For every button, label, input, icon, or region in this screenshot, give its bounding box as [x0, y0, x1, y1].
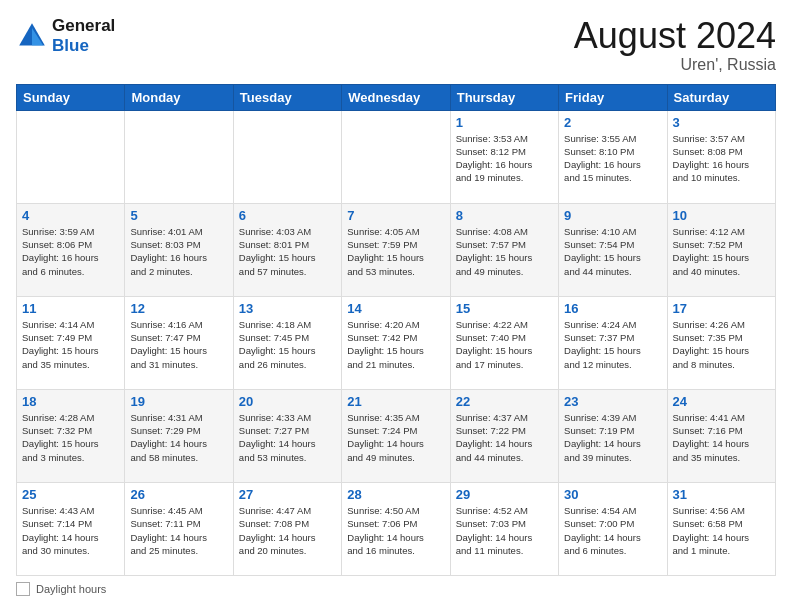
footer: Daylight hours [16, 582, 776, 596]
day-number: 15 [456, 301, 553, 316]
calendar-cell: 5Sunrise: 4:01 AM Sunset: 8:03 PM Daylig… [125, 203, 233, 296]
calendar-cell: 1Sunrise: 3:53 AM Sunset: 8:12 PM Daylig… [450, 110, 558, 203]
day-info: Sunrise: 4:31 AM Sunset: 7:29 PM Dayligh… [130, 411, 227, 464]
day-number: 13 [239, 301, 336, 316]
day-number: 23 [564, 394, 661, 409]
day-number: 31 [673, 487, 770, 502]
calendar-week-row: 4Sunrise: 3:59 AM Sunset: 8:06 PM Daylig… [17, 203, 776, 296]
day-number: 7 [347, 208, 444, 223]
day-number: 27 [239, 487, 336, 502]
calendar-cell: 29Sunrise: 4:52 AM Sunset: 7:03 PM Dayli… [450, 482, 558, 575]
day-number: 12 [130, 301, 227, 316]
day-info: Sunrise: 4:52 AM Sunset: 7:03 PM Dayligh… [456, 504, 553, 557]
day-number: 28 [347, 487, 444, 502]
day-info: Sunrise: 3:55 AM Sunset: 8:10 PM Dayligh… [564, 132, 661, 185]
calendar-cell: 11Sunrise: 4:14 AM Sunset: 7:49 PM Dayli… [17, 296, 125, 389]
day-number: 16 [564, 301, 661, 316]
calendar-cell: 13Sunrise: 4:18 AM Sunset: 7:45 PM Dayli… [233, 296, 341, 389]
day-number: 25 [22, 487, 119, 502]
calendar-cell: 2Sunrise: 3:55 AM Sunset: 8:10 PM Daylig… [559, 110, 667, 203]
day-number: 19 [130, 394, 227, 409]
title-block: August 2024 Uren', Russia [574, 16, 776, 74]
calendar-cell: 31Sunrise: 4:56 AM Sunset: 6:58 PM Dayli… [667, 482, 775, 575]
calendar-cell: 14Sunrise: 4:20 AM Sunset: 7:42 PM Dayli… [342, 296, 450, 389]
day-number: 29 [456, 487, 553, 502]
day-number: 21 [347, 394, 444, 409]
calendar-cell [233, 110, 341, 203]
day-number: 5 [130, 208, 227, 223]
calendar-header-row: SundayMondayTuesdayWednesdayThursdayFrid… [17, 84, 776, 110]
day-info: Sunrise: 4:22 AM Sunset: 7:40 PM Dayligh… [456, 318, 553, 371]
calendar-cell: 27Sunrise: 4:47 AM Sunset: 7:08 PM Dayli… [233, 482, 341, 575]
day-number: 11 [22, 301, 119, 316]
calendar-day-header: Wednesday [342, 84, 450, 110]
calendar-week-row: 11Sunrise: 4:14 AM Sunset: 7:49 PM Dayli… [17, 296, 776, 389]
subtitle: Uren', Russia [574, 56, 776, 74]
calendar-week-row: 1Sunrise: 3:53 AM Sunset: 8:12 PM Daylig… [17, 110, 776, 203]
logo: General Blue [16, 16, 115, 56]
day-info: Sunrise: 4:28 AM Sunset: 7:32 PM Dayligh… [22, 411, 119, 464]
day-info: Sunrise: 3:53 AM Sunset: 8:12 PM Dayligh… [456, 132, 553, 185]
calendar-cell [125, 110, 233, 203]
calendar-day-header: Saturday [667, 84, 775, 110]
day-number: 24 [673, 394, 770, 409]
main-title: August 2024 [574, 16, 776, 56]
day-info: Sunrise: 4:37 AM Sunset: 7:22 PM Dayligh… [456, 411, 553, 464]
logo-icon [16, 20, 48, 52]
day-info: Sunrise: 4:50 AM Sunset: 7:06 PM Dayligh… [347, 504, 444, 557]
calendar-cell: 30Sunrise: 4:54 AM Sunset: 7:00 PM Dayli… [559, 482, 667, 575]
day-info: Sunrise: 4:24 AM Sunset: 7:37 PM Dayligh… [564, 318, 661, 371]
calendar-cell: 10Sunrise: 4:12 AM Sunset: 7:52 PM Dayli… [667, 203, 775, 296]
day-info: Sunrise: 4:08 AM Sunset: 7:57 PM Dayligh… [456, 225, 553, 278]
day-info: Sunrise: 4:01 AM Sunset: 8:03 PM Dayligh… [130, 225, 227, 278]
calendar-table: SundayMondayTuesdayWednesdayThursdayFrid… [16, 84, 776, 576]
calendar-cell: 19Sunrise: 4:31 AM Sunset: 7:29 PM Dayli… [125, 389, 233, 482]
page: General Blue August 2024 Uren', Russia S… [0, 0, 792, 612]
calendar-cell: 8Sunrise: 4:08 AM Sunset: 7:57 PM Daylig… [450, 203, 558, 296]
day-info: Sunrise: 4:45 AM Sunset: 7:11 PM Dayligh… [130, 504, 227, 557]
calendar-cell [342, 110, 450, 203]
daylight-box [16, 582, 30, 596]
day-info: Sunrise: 4:41 AM Sunset: 7:16 PM Dayligh… [673, 411, 770, 464]
day-info: Sunrise: 4:26 AM Sunset: 7:35 PM Dayligh… [673, 318, 770, 371]
day-info: Sunrise: 4:12 AM Sunset: 7:52 PM Dayligh… [673, 225, 770, 278]
calendar-cell: 6Sunrise: 4:03 AM Sunset: 8:01 PM Daylig… [233, 203, 341, 296]
day-number: 17 [673, 301, 770, 316]
calendar-day-header: Thursday [450, 84, 558, 110]
calendar-day-header: Monday [125, 84, 233, 110]
calendar-cell [17, 110, 125, 203]
day-number: 14 [347, 301, 444, 316]
calendar-day-header: Sunday [17, 84, 125, 110]
calendar-cell: 16Sunrise: 4:24 AM Sunset: 7:37 PM Dayli… [559, 296, 667, 389]
day-number: 18 [22, 394, 119, 409]
calendar-cell: 20Sunrise: 4:33 AM Sunset: 7:27 PM Dayli… [233, 389, 341, 482]
day-number: 1 [456, 115, 553, 130]
calendar-cell: 25Sunrise: 4:43 AM Sunset: 7:14 PM Dayli… [17, 482, 125, 575]
logo-text: General Blue [52, 16, 115, 56]
header: General Blue August 2024 Uren', Russia [16, 16, 776, 74]
day-info: Sunrise: 4:03 AM Sunset: 8:01 PM Dayligh… [239, 225, 336, 278]
calendar-day-header: Friday [559, 84, 667, 110]
day-info: Sunrise: 3:59 AM Sunset: 8:06 PM Dayligh… [22, 225, 119, 278]
day-info: Sunrise: 4:16 AM Sunset: 7:47 PM Dayligh… [130, 318, 227, 371]
day-info: Sunrise: 4:05 AM Sunset: 7:59 PM Dayligh… [347, 225, 444, 278]
day-info: Sunrise: 3:57 AM Sunset: 8:08 PM Dayligh… [673, 132, 770, 185]
day-info: Sunrise: 4:39 AM Sunset: 7:19 PM Dayligh… [564, 411, 661, 464]
calendar-cell: 22Sunrise: 4:37 AM Sunset: 7:22 PM Dayli… [450, 389, 558, 482]
day-info: Sunrise: 4:18 AM Sunset: 7:45 PM Dayligh… [239, 318, 336, 371]
calendar-cell: 12Sunrise: 4:16 AM Sunset: 7:47 PM Dayli… [125, 296, 233, 389]
day-number: 22 [456, 394, 553, 409]
calendar-cell: 17Sunrise: 4:26 AM Sunset: 7:35 PM Dayli… [667, 296, 775, 389]
calendar-cell: 28Sunrise: 4:50 AM Sunset: 7:06 PM Dayli… [342, 482, 450, 575]
day-info: Sunrise: 4:47 AM Sunset: 7:08 PM Dayligh… [239, 504, 336, 557]
day-info: Sunrise: 4:14 AM Sunset: 7:49 PM Dayligh… [22, 318, 119, 371]
calendar-cell: 9Sunrise: 4:10 AM Sunset: 7:54 PM Daylig… [559, 203, 667, 296]
calendar-cell: 18Sunrise: 4:28 AM Sunset: 7:32 PM Dayli… [17, 389, 125, 482]
calendar-cell: 21Sunrise: 4:35 AM Sunset: 7:24 PM Dayli… [342, 389, 450, 482]
calendar-cell: 15Sunrise: 4:22 AM Sunset: 7:40 PM Dayli… [450, 296, 558, 389]
calendar-cell: 23Sunrise: 4:39 AM Sunset: 7:19 PM Dayli… [559, 389, 667, 482]
footer-label: Daylight hours [36, 583, 106, 595]
day-number: 9 [564, 208, 661, 223]
day-info: Sunrise: 4:20 AM Sunset: 7:42 PM Dayligh… [347, 318, 444, 371]
calendar-day-header: Tuesday [233, 84, 341, 110]
